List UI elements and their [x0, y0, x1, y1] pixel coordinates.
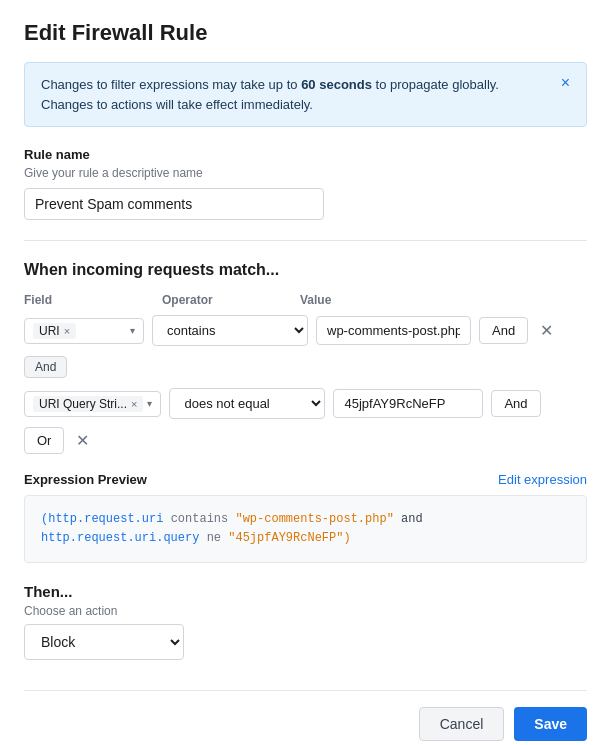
filter-section-title: When incoming requests match...	[24, 261, 587, 279]
or-button-2[interactable]: Or	[24, 427, 64, 454]
alert-banner: Changes to filter expressions may take u…	[24, 62, 587, 127]
operator-header: Operator	[162, 293, 292, 307]
and-button-2[interactable]: And	[491, 390, 540, 417]
field-tag-query-remove[interactable]: ×	[131, 398, 137, 410]
and-connector-badge: And	[24, 356, 67, 378]
expression-preview-label: Expression Preview	[24, 472, 147, 487]
field-select-1-arrow: ▾	[130, 325, 135, 336]
expression-preview-section: Expression Preview Edit expression (http…	[24, 472, 587, 563]
save-button[interactable]: Save	[514, 707, 587, 741]
field-tag-uri-label: URI	[39, 324, 60, 338]
alert-close-button[interactable]: ×	[549, 75, 570, 91]
operator-select-1[interactable]: contains does not contain equals does no…	[152, 315, 308, 346]
alert-text: Changes to filter expressions may take u…	[41, 75, 499, 114]
action-select[interactable]: Block Allow Challenge JS Challenge Manag…	[24, 624, 184, 660]
expression-box: (http.request.uri contains "wp-comments-…	[24, 495, 587, 563]
action-select-wrap: Block Allow Challenge JS Challenge Manag…	[24, 624, 184, 660]
and-button-1[interactable]: And	[479, 317, 528, 344]
expr-key-ne: ne	[207, 531, 221, 545]
field-tag-uri-remove[interactable]: ×	[64, 325, 70, 337]
value-input-2[interactable]	[333, 389, 483, 418]
field-header: Field	[24, 293, 154, 307]
footer-buttons: Cancel Save	[24, 690, 587, 741]
rule-name-input[interactable]	[24, 188, 324, 220]
expr-str-uri: "wp-comments-post.php"	[235, 512, 393, 526]
expr-fn-1: (http.request.uri	[41, 512, 163, 526]
action-label: Choose an action	[24, 604, 587, 618]
expr-str-query: "45jpfAY9RcNeFP")	[228, 531, 350, 545]
filter-row-1: URI × ▾ contains does not contain equals…	[24, 315, 587, 346]
expression-header: Expression Preview Edit expression	[24, 472, 587, 487]
alert-message1: Changes to filter expressions may take u…	[41, 77, 301, 92]
filter-row-2: URI Query Stri... × ▾ contains does not …	[24, 388, 587, 454]
edit-expression-link[interactable]: Edit expression	[498, 472, 587, 487]
field-tag-query: URI Query Stri... ×	[33, 396, 143, 412]
expr-key-contains: contains	[171, 512, 229, 526]
alert-message3: Changes to actions will take effect imme…	[41, 97, 313, 112]
filter-section: When incoming requests match... Field Op…	[24, 261, 587, 454]
cancel-button[interactable]: Cancel	[419, 707, 505, 741]
remove-row-2[interactable]: ✕	[72, 431, 93, 450]
expr-and: and	[401, 512, 423, 526]
value-input-1[interactable]	[316, 316, 471, 345]
field-tag-uri: URI ×	[33, 323, 76, 339]
alert-highlight: 60 seconds	[301, 77, 372, 92]
expr-fn-2: http.request.uri.query	[41, 531, 199, 545]
field-select-1[interactable]: URI × ▾	[24, 318, 144, 344]
rule-name-hint: Give your rule a descriptive name	[24, 166, 587, 180]
then-section: Then... Choose an action Block Allow Cha…	[24, 583, 587, 660]
then-title: Then...	[24, 583, 587, 600]
remove-row-1[interactable]: ✕	[536, 321, 557, 340]
value-header: Value	[300, 293, 455, 307]
field-tag-query-label: URI Query Stri...	[39, 397, 127, 411]
alert-message2: to propagate globally.	[372, 77, 499, 92]
divider-1	[24, 240, 587, 241]
field-select-2[interactable]: URI Query Stri... × ▾	[24, 391, 161, 417]
operator-select-2[interactable]: contains does not contain equals does no…	[169, 388, 325, 419]
filter-headers: Field Operator Value	[24, 293, 587, 311]
rule-name-section: Rule name Give your rule a descriptive n…	[24, 147, 587, 220]
page-title: Edit Firewall Rule	[24, 20, 587, 46]
rule-name-label: Rule name	[24, 147, 587, 162]
field-select-2-arrow: ▾	[147, 398, 152, 409]
